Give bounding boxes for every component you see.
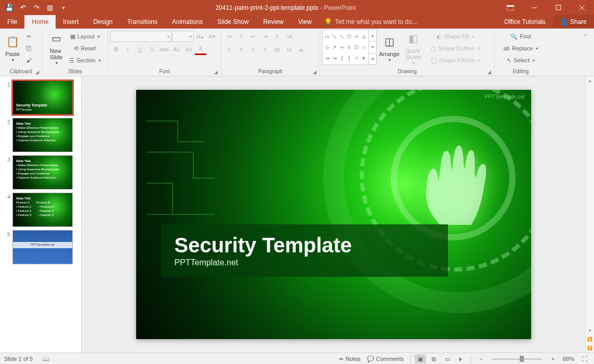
numbering-button[interactable]: ⒈ [235,31,247,42]
font-color-button[interactable]: A [195,44,206,55]
change-case-button[interactable]: Aa [183,44,194,55]
redo-icon[interactable]: ↷ [30,2,43,14]
undo-icon[interactable]: ↶ [17,2,29,14]
slide-canvas[interactable]: PPTTemplate.net Security Template PPTTem… [136,90,531,339]
paragraph-launcher[interactable]: ◢ [313,69,316,76]
reading-view-icon[interactable]: ▭ [442,354,453,363]
office-tutorials[interactable]: Office Tutorials [497,15,553,29]
layout-button[interactable]: ▦Layout▾ [68,31,102,42]
character-spacing-button[interactable]: AV [171,44,182,55]
shadow-button[interactable]: S [146,44,157,55]
slide-counter[interactable]: Slide 1 of 5 [4,356,33,362]
copy-button[interactable]: ⿻ [23,43,34,54]
quick-styles-button[interactable]: ◧ Quick Styles▾ [402,30,425,67]
thumbnail-5[interactable]: PPTTemplate.net [12,230,73,264]
align-text-button[interactable]: ⊟ [283,44,295,55]
comments-button[interactable]: 💬Comments [365,355,406,363]
scroll-up-icon[interactable]: ▴ [586,76,594,85]
smartart-button[interactable]: ⬙ [295,44,307,55]
strikethrough-button[interactable]: abc [158,44,170,55]
tab-transitions[interactable]: Transitions [120,15,165,29]
tab-view[interactable]: View [291,15,319,29]
zoom-slider[interactable] [492,358,542,360]
tab-file[interactable]: File [0,15,24,29]
save-icon[interactable]: 💾 [3,2,16,14]
tab-slideshow[interactable]: Slide Show [210,15,256,29]
normal-view-icon[interactable]: ▣ [415,354,426,363]
tell-me-input[interactable] [335,18,439,25]
font-size-combo[interactable]: ▾ [172,31,194,42]
align-right-button[interactable]: ≡ [247,44,259,55]
align-center-button[interactable]: ≡ [235,44,247,55]
start-from-beginning-icon[interactable]: ▥ [44,2,56,14]
tab-review[interactable]: Review [256,15,291,29]
ribbon-display-options-icon[interactable] [498,0,522,15]
drawing-launcher[interactable]: ◢ [487,69,491,76]
close-button[interactable] [570,0,594,15]
clipboard-launcher[interactable]: ◢ [35,69,39,76]
gallery-down-icon[interactable]: ▾ [369,42,376,53]
fit-to-window-icon[interactable]: ⛶ [578,354,590,363]
tell-me[interactable]: 💡 [319,15,497,29]
collapse-ribbon-icon[interactable]: ˄ [579,31,591,42]
underline-button[interactable]: U [134,44,146,55]
shape-effects-button[interactable]: ◯Shape Effects▾ [425,55,486,66]
line-spacing-button[interactable]: ‡ [271,31,283,42]
replace-button[interactable]: abReplace▾ [497,43,545,54]
shapes-gallery[interactable]: ▭＼＼⬠▱△ ◇↗⇨⇩⬠☆ ↝↝{}☆✦ ▴ ▾ ▾ [322,30,377,65]
gallery-up-icon[interactable]: ▴ [369,30,376,42]
previous-slide-icon[interactable]: ⏫ [586,335,594,344]
scroll-down-icon[interactable]: ▾ [586,326,594,335]
italic-button[interactable]: I [122,44,134,55]
decrease-font-icon[interactable]: A▾ [206,31,218,42]
vertical-scrollbar[interactable]: ▴ ▾ ⏫ ⏬ [585,76,594,353]
tab-design[interactable]: Design [86,15,120,29]
format-painter-button[interactable]: 🖌 [23,55,34,66]
text-direction-button[interactable]: ↕A [283,31,295,42]
zoom-out-icon[interactable]: − [476,354,487,363]
tab-animations[interactable]: Animations [165,15,210,29]
align-left-button[interactable]: ≡ [223,44,235,55]
reset-button[interactable]: ⟲Reset [68,43,102,54]
zoom-level[interactable]: 68% [561,355,576,363]
tab-home[interactable]: Home [24,15,56,29]
shape-fill-button[interactable]: ◐Shape Fill▾ [425,31,486,42]
cut-button[interactable]: ✂ [23,31,34,42]
zoom-in-icon[interactable]: + [547,354,559,363]
arrange-button[interactable]: ◫ Arrange▾ [377,30,402,67]
increase-indent-button[interactable]: ⇥ [259,31,271,42]
arrange-icon: ◫ [381,33,398,50]
qat-customize-icon[interactable]: ▾ [57,2,70,14]
tab-insert[interactable]: Insert [56,15,86,29]
spellcheck-icon[interactable]: 📖 [40,355,51,363]
section-button[interactable]: ☰Section▾ [68,55,102,66]
slideshow-view-icon[interactable]: ⏵ [455,354,467,363]
layout-icon: ▦ [70,33,75,40]
increase-font-icon[interactable]: A▴ [194,31,206,42]
thumbnail-4[interactable]: Slide TitleProduct A Product B • Feature… [12,193,73,227]
thumbnail-2[interactable]: Slide Title• Make Effective Presentation… [12,118,73,152]
shape-outline-button[interactable]: ▢Shape Outline▾ [425,43,486,54]
select-button[interactable]: ↖Select▾ [497,55,545,66]
new-slide-button[interactable]: ▭ New Slide▾ [45,30,68,67]
paste-button[interactable]: 📋 Paste▾ [2,30,23,67]
share-button[interactable]: 👤Share [553,15,594,29]
columns-button[interactable]: ▥ [271,44,283,55]
decrease-indent-button[interactable]: ⇤ [247,31,259,42]
bold-button[interactable]: B [110,44,122,55]
slide-sorter-view-icon[interactable]: ⊞ [428,354,440,363]
maximize-button[interactable] [546,0,570,15]
justify-button[interactable]: ≡ [259,44,271,55]
font-launcher[interactable]: ◢ [214,69,218,76]
title-placeholder[interactable]: Security Template PPTTemplate.net [161,224,448,277]
notes-button[interactable]: ≐Notes [337,355,363,363]
font-family-combo[interactable]: ▾ [110,31,171,42]
thumbnail-1[interactable]: Security TemplatePPTTemplate [12,80,73,115]
gallery-more-icon[interactable]: ▾ [369,53,376,64]
cut-icon: ✂ [27,33,31,40]
find-button[interactable]: 🔍Find [497,31,545,42]
thumbnail-3[interactable]: Slide Title• Make Effective Presentation… [12,155,73,190]
minimize-button[interactable] [522,0,546,15]
bullets-button[interactable]: ≔ [223,31,235,42]
next-slide-icon[interactable]: ⏬ [586,344,594,353]
